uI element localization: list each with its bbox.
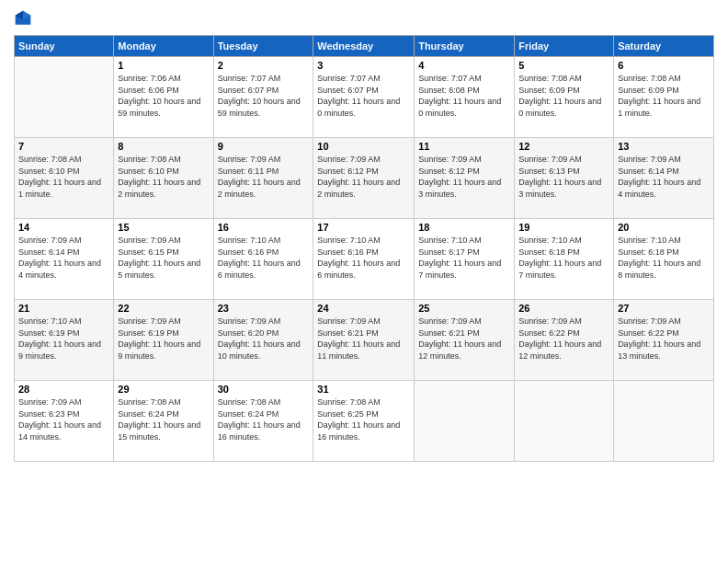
day-info: Sunrise: 7:08 AMSunset: 6:24 PMDaylight:… (118, 396, 209, 442)
day-cell: 11Sunrise: 7:09 AMSunset: 6:12 PMDayligh… (415, 138, 515, 219)
sunset-text: Sunset: 6:14 PM (18, 247, 80, 257)
day-info: Sunrise: 7:09 AMSunset: 6:14 PMDaylight:… (618, 154, 710, 200)
sunrise-text: Sunrise: 7:09 AM (118, 236, 181, 245)
day-info: Sunrise: 7:09 AMSunset: 6:22 PMDaylight:… (518, 316, 609, 362)
day-info: Sunrise: 7:10 AMSunset: 6:16 PMDaylight:… (218, 235, 310, 281)
sunrise-text: Sunrise: 7:09 AM (518, 155, 582, 164)
day-header-saturday: Saturday (614, 36, 714, 57)
sunset-text: Sunset: 6:25 PM (317, 409, 379, 419)
daylight-text: Daylight: 11 hours and10 minutes. (218, 339, 301, 361)
day-info: Sunrise: 7:10 AMSunset: 6:18 PMDaylight:… (618, 235, 710, 281)
day-info: Sunrise: 7:09 AMSunset: 6:23 PMDaylight:… (18, 396, 109, 442)
day-header-sunday: Sunday (15, 36, 114, 57)
day-number: 3 (317, 60, 410, 71)
day-number: 16 (218, 222, 310, 233)
day-info: Sunrise: 7:09 AMSunset: 6:19 PMDaylight:… (118, 316, 209, 362)
daylight-text: Daylight: 11 hours and3 minutes. (518, 178, 601, 199)
sunrise-text: Sunrise: 7:09 AM (418, 155, 482, 164)
day-number: 29 (118, 384, 209, 395)
day-info: Sunrise: 7:10 AMSunset: 6:18 PMDaylight:… (518, 235, 609, 281)
sunrise-text: Sunrise: 7:09 AM (618, 155, 681, 164)
day-number: 18 (418, 222, 510, 233)
daylight-text: Daylight: 11 hours and12 minutes. (418, 339, 501, 361)
daylight-text: Daylight: 11 hours and5 minutes. (118, 259, 200, 280)
week-row-1: 1Sunrise: 7:06 AMSunset: 6:06 PMDaylight… (15, 57, 714, 138)
day-number: 11 (418, 141, 510, 152)
sunrise-text: Sunrise: 7:10 AM (317, 236, 381, 245)
day-cell: 10Sunrise: 7:09 AMSunset: 6:12 PMDayligh… (313, 138, 415, 219)
day-info: Sunrise: 7:08 AMSunset: 6:09 PMDaylight:… (618, 73, 710, 119)
sunrise-text: Sunrise: 7:09 AM (18, 236, 82, 245)
daylight-text: Daylight: 11 hours and11 minutes. (317, 339, 400, 361)
sunrise-text: Sunrise: 7:08 AM (118, 397, 181, 407)
sunrise-text: Sunrise: 7:09 AM (618, 316, 681, 326)
day-number: 13 (618, 141, 710, 152)
day-info: Sunrise: 7:09 AMSunset: 6:14 PMDaylight:… (18, 235, 109, 281)
daylight-text: Daylight: 11 hours and4 minutes. (618, 178, 700, 199)
sunset-text: Sunset: 6:07 PM (317, 86, 379, 95)
day-info: Sunrise: 7:09 AMSunset: 6:11 PMDaylight:… (218, 154, 310, 200)
calendar-page: SundayMondayTuesdayWednesdayThursdayFrid… (0, 0, 728, 563)
day-info: Sunrise: 7:09 AMSunset: 6:12 PMDaylight:… (317, 154, 410, 200)
sunrise-text: Sunrise: 7:10 AM (18, 316, 82, 326)
sunrise-text: Sunrise: 7:07 AM (218, 74, 281, 83)
sunrise-text: Sunrise: 7:09 AM (18, 397, 82, 407)
sunrise-text: Sunrise: 7:09 AM (317, 316, 381, 326)
daylight-text: Daylight: 11 hours and0 minutes. (418, 97, 501, 118)
daylight-text: Daylight: 11 hours and12 minutes. (518, 339, 601, 361)
sunset-text: Sunset: 6:18 PM (518, 247, 580, 257)
day-info: Sunrise: 7:10 AMSunset: 6:16 PMDaylight:… (317, 235, 410, 281)
day-info: Sunrise: 7:10 AMSunset: 6:19 PMDaylight:… (18, 316, 109, 362)
sunset-text: Sunset: 6:23 PM (18, 409, 80, 419)
logo (14, 9, 36, 28)
sunrise-text: Sunrise: 7:09 AM (418, 316, 482, 326)
sunset-text: Sunset: 6:12 PM (317, 167, 379, 176)
sunrise-text: Sunrise: 7:09 AM (218, 155, 281, 164)
day-info: Sunrise: 7:10 AMSunset: 6:17 PMDaylight:… (418, 235, 510, 281)
day-cell: 14Sunrise: 7:09 AMSunset: 6:14 PMDayligh… (15, 219, 114, 300)
sunrise-text: Sunrise: 7:10 AM (618, 236, 681, 245)
day-number: 25 (418, 303, 510, 314)
sunset-text: Sunset: 6:12 PM (418, 167, 480, 176)
day-info: Sunrise: 7:09 AMSunset: 6:15 PMDaylight:… (118, 235, 209, 281)
day-cell: 9Sunrise: 7:09 AMSunset: 6:11 PMDaylight… (213, 138, 313, 219)
day-number: 21 (18, 303, 109, 314)
day-number: 31 (317, 384, 410, 395)
week-row-5: 28Sunrise: 7:09 AMSunset: 6:23 PMDayligh… (15, 381, 714, 462)
daylight-text: Daylight: 11 hours and1 minute. (18, 178, 101, 199)
day-cell (415, 381, 515, 462)
sunrise-text: Sunrise: 7:07 AM (317, 74, 381, 83)
day-number: 5 (518, 60, 609, 71)
day-number: 30 (218, 384, 310, 395)
sunset-text: Sunset: 6:10 PM (18, 167, 80, 176)
day-number: 19 (518, 222, 609, 233)
sunset-text: Sunset: 6:16 PM (317, 247, 379, 257)
sunrise-text: Sunrise: 7:08 AM (518, 74, 582, 83)
sunset-text: Sunset: 6:22 PM (518, 328, 580, 338)
day-info: Sunrise: 7:07 AMSunset: 6:07 PMDaylight:… (317, 73, 410, 119)
sunrise-text: Sunrise: 7:08 AM (118, 155, 181, 164)
daylight-text: Daylight: 11 hours and4 minutes. (18, 259, 101, 280)
daylight-text: Daylight: 11 hours and6 minutes. (317, 259, 400, 280)
day-cell: 29Sunrise: 7:08 AMSunset: 6:24 PMDayligh… (114, 381, 213, 462)
daylight-text: Daylight: 11 hours and9 minutes. (18, 339, 101, 361)
day-number: 4 (418, 60, 510, 71)
daylight-text: Daylight: 11 hours and2 minutes. (317, 178, 400, 199)
daylight-text: Daylight: 11 hours and16 minutes. (218, 420, 301, 442)
sunrise-text: Sunrise: 7:06 AM (118, 74, 181, 83)
sunset-text: Sunset: 6:08 PM (418, 86, 480, 95)
daylight-text: Daylight: 11 hours and14 minutes. (18, 420, 101, 442)
day-cell: 2Sunrise: 7:07 AMSunset: 6:07 PMDaylight… (213, 57, 313, 138)
day-info: Sunrise: 7:08 AMSunset: 6:09 PMDaylight:… (518, 73, 609, 119)
daylight-text: Daylight: 11 hours and16 minutes. (317, 420, 400, 442)
sunrise-text: Sunrise: 7:10 AM (518, 236, 582, 245)
day-number: 20 (618, 222, 710, 233)
sunset-text: Sunset: 6:11 PM (218, 167, 279, 176)
sunset-text: Sunset: 6:19 PM (18, 328, 80, 338)
day-cell: 19Sunrise: 7:10 AMSunset: 6:18 PMDayligh… (515, 219, 614, 300)
day-cell: 13Sunrise: 7:09 AMSunset: 6:14 PMDayligh… (614, 138, 714, 219)
day-info: Sunrise: 7:08 AMSunset: 6:10 PMDaylight:… (18, 154, 109, 200)
sunset-text: Sunset: 6:21 PM (418, 328, 480, 338)
sunset-text: Sunset: 6:06 PM (118, 86, 179, 95)
day-cell: 4Sunrise: 7:07 AMSunset: 6:08 PMDaylight… (415, 57, 515, 138)
